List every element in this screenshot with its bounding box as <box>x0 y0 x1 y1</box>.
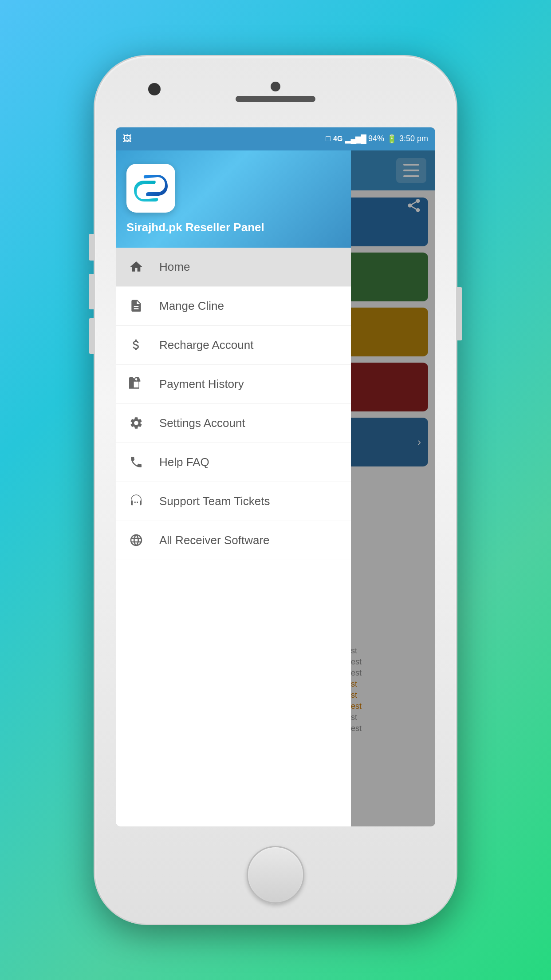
phone-bottom-bezel <box>95 826 456 924</box>
battery-percent: 94% <box>368 134 384 143</box>
menu-label-manage-client: Mange Cline <box>159 299 224 313</box>
gallery-icon: 🖼 <box>123 134 132 144</box>
menu-item-settings[interactable]: Settings Account <box>116 404 351 443</box>
headset-icon <box>126 491 146 511</box>
app-background: ugh Sp... › <box>116 150 435 826</box>
phone-icon <box>126 452 146 472</box>
navigation-drawer: Sirajhd.pk Reseller Panel Home <box>116 150 351 826</box>
menu-item-recharge[interactable]: Recharge Account <box>116 326 351 365</box>
app-logo <box>126 164 175 213</box>
menu-label-all-receiver: All Receiver Software <box>159 533 270 547</box>
menu-label-support: Support Team Tickets <box>159 494 270 508</box>
signal-icon: ▂▄▆█ <box>345 134 366 144</box>
menu-item-all-receiver[interactable]: All Receiver Software <box>116 521 351 560</box>
menu-item-support[interactable]: Support Team Tickets <box>116 482 351 521</box>
menu-item-help-faq[interactable]: Help FAQ <box>116 443 351 482</box>
menu-item-manage-client[interactable]: Mange Cline <box>116 287 351 326</box>
status-left: 🖼 <box>123 134 132 144</box>
menu-label-help-faq: Help FAQ <box>159 455 209 469</box>
home-button[interactable] <box>247 846 304 904</box>
dollar-icon <box>126 335 146 355</box>
drawer-brand-name: Sirajhd.pk Reseller Panel <box>126 221 264 234</box>
power-button[interactable] <box>456 287 462 340</box>
menu-label-recharge: Recharge Account <box>159 338 253 352</box>
time-display: 3:50 pm <box>399 134 428 143</box>
menu-label-home: Home <box>159 260 190 274</box>
speaker <box>236 96 315 102</box>
menu-label-settings: Settings Account <box>159 416 245 430</box>
status-right: □ 4G ▂▄▆█ 94% 🔋 3:50 pm <box>326 134 428 144</box>
file-icon <box>126 296 146 316</box>
camera-dot <box>271 82 280 91</box>
phone-top-bezel <box>95 56 456 127</box>
menu-item-home[interactable]: Home <box>116 248 351 287</box>
gear-icon <box>126 413 146 433</box>
front-camera <box>148 83 161 95</box>
volume-up-button[interactable] <box>89 234 95 261</box>
globe-icon <box>126 530 146 550</box>
drawer-menu: Home Mange Cline <box>116 248 351 826</box>
menu-label-payment-history: Payment History <box>159 377 244 391</box>
volume-down-button[interactable] <box>89 274 95 309</box>
phone-screen: 🖼 □ 4G ▂▄▆█ 94% 🔋 3:50 pm ugh Sp... <box>116 127 435 826</box>
drawer-header: Sirajhd.pk Reseller Panel <box>116 150 351 248</box>
menu-item-payment-history[interactable]: Payment History <box>116 365 351 404</box>
briefcase-icon <box>126 374 146 394</box>
sim-icon: □ <box>326 134 331 143</box>
mute-button[interactable] <box>89 318 95 354</box>
phone-frame: 🖼 □ 4G ▂▄▆█ 94% 🔋 3:50 pm ugh Sp... <box>94 55 457 925</box>
network-type: 4G <box>333 135 342 143</box>
status-bar: 🖼 □ 4G ▂▄▆█ 94% 🔋 3:50 pm <box>116 127 435 150</box>
home-icon <box>126 257 146 277</box>
battery-icon: 🔋 <box>387 134 397 144</box>
